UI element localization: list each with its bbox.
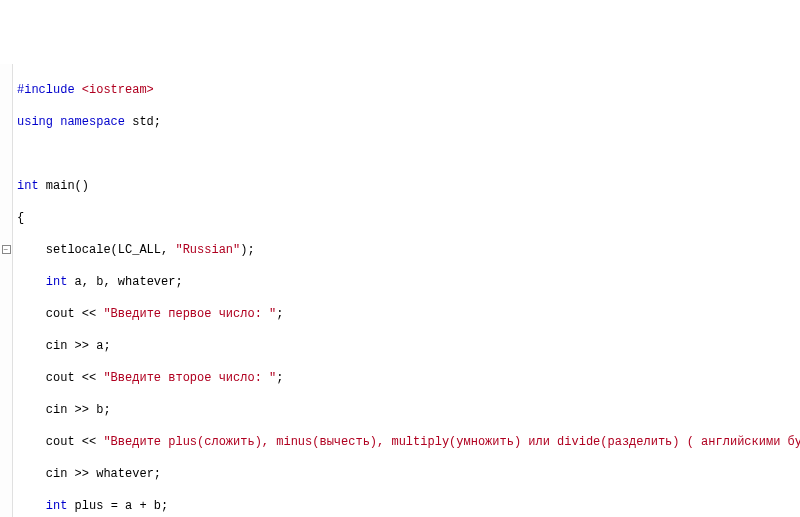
- code-line: cout << "Введите второе число: ";: [17, 370, 800, 386]
- code-line: using namespace std;: [17, 114, 800, 130]
- code-line: cout << "Введите plus(сложить), minus(вы…: [17, 434, 800, 450]
- code-line: int a, b, whatever;: [17, 274, 800, 290]
- code-area[interactable]: #include <iostream> using namespace std;…: [13, 64, 800, 517]
- fold-gutter: − − − − −: [0, 64, 13, 517]
- code-line: int main(): [17, 178, 800, 194]
- code-line: {: [17, 210, 800, 226]
- code-line: cin >> a;: [17, 338, 800, 354]
- code-line: cin >> b;: [17, 402, 800, 418]
- code-line: cin >> whatever;: [17, 466, 800, 482]
- code-editor: − − − − − #include <iostream> using name…: [0, 64, 800, 517]
- code-line: cout << "Введите первое число: ";: [17, 306, 800, 322]
- code-line: #include <iostream>: [17, 82, 800, 98]
- code-line: int plus = a + b;: [17, 498, 800, 514]
- fold-toggle-icon[interactable]: −: [2, 245, 11, 254]
- code-line: setlocale(LC_ALL, "Russian");: [17, 242, 800, 258]
- code-line: [17, 146, 800, 162]
